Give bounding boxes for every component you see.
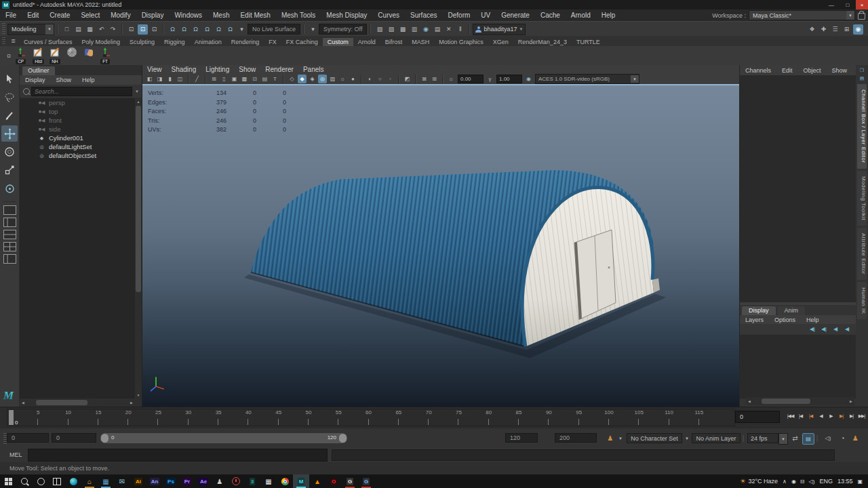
scrollbar-thumb[interactable] [136, 106, 141, 292]
tray-expand-icon[interactable]: ∧ [783, 479, 787, 485]
sidebar-tab-human-ik[interactable]: Human IK [857, 282, 867, 320]
fps-dropdown[interactable]: 24 fps [747, 433, 778, 443]
safe-action-icon[interactable]: ▤ [260, 75, 269, 83]
camera-bookmark-icon[interactable]: ▮ [165, 75, 174, 83]
command-result-field[interactable] [332, 449, 835, 461]
step-back-key-button[interactable]: |◀ [806, 410, 816, 422]
outliner-item-defaultlightset[interactable]: ◎defaultLightSet [20, 142, 135, 151]
chevron-down-icon[interactable]: ▼ [684, 433, 690, 443]
shelf-tab-sculpting[interactable]: Sculpting [125, 38, 159, 46]
step-forward-frame-button[interactable]: ▶| [846, 410, 856, 422]
shelf-tab-mash[interactable]: MASH [407, 38, 434, 46]
uv-editor-icon[interactable]: ✕ [443, 24, 454, 35]
after-effects-icon[interactable]: Ae [195, 474, 212, 488]
current-frame-field[interactable]: 0 [735, 411, 780, 423]
xray-icon[interactable]: ⊠ [420, 75, 429, 83]
lasso-tool[interactable] [1, 89, 18, 105]
gear-icon[interactable]: ¤ [7, 52, 11, 60]
viewport-menu-show[interactable]: Show [234, 66, 260, 73]
minimize-button[interactable]: — [823, 0, 840, 9]
render-scene-icon[interactable]: ▧ [374, 24, 384, 35]
channel-box-menu-edit[interactable]: Edit [776, 67, 798, 74]
scroll-left-icon[interactable]: ◀ [20, 401, 26, 405]
task-view-button[interactable] [49, 474, 65, 488]
snap-projected-center-icon[interactable]: Ω [202, 24, 212, 35]
move-layer-up-icon[interactable]: ◀| [808, 325, 816, 333]
gamma-field[interactable]: 1.00 [496, 75, 522, 83]
viewport-menu-shading[interactable]: Shading [167, 66, 201, 73]
step-back-frame-button[interactable]: |◀ [795, 410, 806, 422]
outliner-item-defaultobjectset[interactable]: ◎defaultObjectSet [20, 151, 135, 160]
play-backwards-button[interactable]: ◀ [816, 410, 826, 422]
language-indicator[interactable]: ENG [819, 478, 833, 485]
shelf-menu-icon[interactable]: ☰ [8, 36, 18, 46]
shelf-item-hist[interactable]: Hist [32, 47, 48, 64]
search-input[interactable] [31, 87, 132, 96]
menu-display[interactable]: Display [136, 12, 170, 19]
network-tray-icon[interactable]: ⊟ [800, 479, 805, 485]
shelf-item-ft[interactable]: FT [100, 47, 116, 64]
outliner-item-persp[interactable]: ■◀persp [20, 98, 135, 107]
move-layer-down-icon[interactable]: ◀| [820, 325, 828, 333]
play-forwards-button[interactable]: ▶ [826, 410, 836, 422]
shelf-item-cp[interactable]: CP [15, 47, 31, 64]
exposure-field[interactable]: 0.00 [458, 75, 484, 83]
drag-handle[interactable] [2, 23, 5, 35]
workspace-dropdown[interactable]: Maya Classic* ▼ [749, 10, 855, 20]
live-surface-field[interactable]: No Live Surface [248, 24, 300, 35]
sidebar-pin-icon[interactable]: ❐ [858, 67, 866, 74]
menu-mesh-display[interactable]: Mesh Display [321, 12, 372, 19]
drag-handle[interactable] [2, 37, 5, 45]
xray-joints-icon[interactable]: ⊞ [430, 75, 439, 83]
menu-edit[interactable]: Edit [22, 12, 44, 19]
layout-single-pane-button[interactable] [3, 205, 16, 215]
shelf-item-nh[interactable]: NH [49, 47, 65, 64]
sidebar-tab-modeling-toolkit[interactable]: Modeling Toolkit [857, 171, 867, 226]
shelf-tab-poly-modeling[interactable]: Poly Modeling [77, 38, 125, 46]
layer-editor-tab-display[interactable]: Display [742, 306, 776, 315]
render-settings-icon[interactable]: ▩ [397, 24, 408, 35]
snap-options-caret-icon[interactable]: ▾ [237, 24, 247, 35]
menu-windows[interactable]: Windows [169, 12, 208, 19]
ambient-occlusion-icon[interactable]: ◐ [366, 75, 374, 83]
render-view-icon[interactable]: ◉ [420, 24, 431, 35]
shelf-tab-arnold[interactable]: Arnold [353, 38, 380, 46]
menu-cache[interactable]: Cache [535, 12, 566, 19]
command-language-toggle[interactable]: MEL [0, 451, 28, 458]
file-explorer-icon[interactable]: ⌂ [81, 474, 98, 488]
snap-point-icon[interactable]: Ω [191, 24, 201, 35]
layout-four-pane-button[interactable] [3, 241, 16, 251]
menu-create[interactable]: Create [44, 12, 75, 19]
ipr-render-icon[interactable]: ▨ [386, 24, 396, 35]
lock-camera-icon[interactable]: ◨ [155, 75, 164, 83]
open-scene-icon[interactable]: ▤ [73, 24, 83, 35]
layer-editor-tab-anim[interactable]: Anim [778, 306, 806, 315]
animation-start-field[interactable]: 0 [7, 433, 49, 443]
viewport-menu-panels[interactable]: Panels [298, 66, 329, 73]
shelf-tab-curves-surfaces[interactable]: Curves / Surfaces [19, 38, 77, 46]
outliner-vertical-scrollbar[interactable]: ▲ ▼ [135, 98, 142, 399]
textured-icon[interactable]: ◈ [308, 75, 317, 83]
app-grid-icon[interactable]: ▦ [260, 474, 277, 488]
undo-icon[interactable]: ↶ [96, 24, 106, 35]
maximize-button[interactable]: □ [840, 0, 856, 9]
rotate-tool[interactable] [1, 144, 18, 160]
signed-in-user-chip[interactable]: bhaaditya17 ▼ [473, 24, 526, 35]
shelf-tab-rendering[interactable]: Rendering [226, 38, 264, 46]
grid-toggle-icon[interactable]: ⊞ [210, 75, 218, 83]
outliner-menu-show[interactable]: Show [51, 77, 77, 83]
running-person-app-icon[interactable]: ♟ [212, 474, 228, 488]
outliner-horizontal-scrollbar[interactable]: ◀ ▶ [20, 399, 135, 407]
character-set-icon[interactable]: ♟ [606, 433, 615, 443]
viewport-menu-lighting[interactable]: Lighting [201, 66, 234, 73]
photoshop-icon[interactable]: Ps [163, 474, 179, 488]
chevron-down-icon[interactable]: ▼ [617, 433, 624, 443]
chrome-icon[interactable] [277, 474, 293, 488]
snap-view-plane-icon[interactable]: Ω [214, 24, 224, 35]
menu-curves[interactable]: Curves [372, 12, 405, 19]
channel-box-menu-object[interactable]: Object [798, 67, 827, 74]
exposure-icon[interactable]: ☼ [447, 75, 456, 83]
opera-icon[interactable]: O [326, 474, 342, 488]
menu-uv[interactable]: UV [475, 12, 496, 19]
use-default-material-icon[interactable]: ◎ [318, 75, 327, 83]
